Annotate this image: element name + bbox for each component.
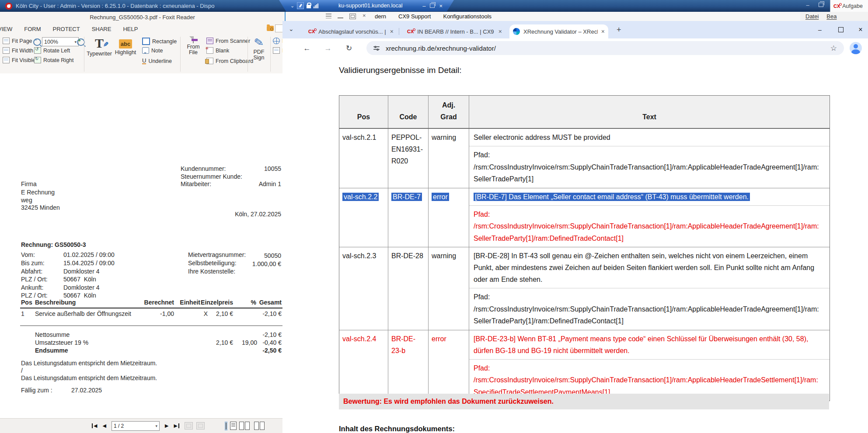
pfad-line: /rsm:CrossIndustryInvoice/rsm:SupplyChai… [474,303,825,315]
reload-icon[interactable]: ↻ [343,42,355,55]
url-text[interactable]: xrechnung.rib.de/xrechnung-validator/ [386,45,830,52]
header-text: Text [469,96,830,128]
close-tab-icon[interactable]: × [601,28,605,35]
previous-page-button[interactable]: ◀ [102,423,106,429]
fit-width-button[interactable]: Fit Width [3,47,33,54]
menu-share[interactable]: SHARE [92,26,112,32]
minimize-icon[interactable]: – [804,2,811,8]
folder-search-icon[interactable] [267,26,274,31]
close-tab-icon[interactable]: × [498,28,502,35]
close-tab-icon[interactable]: × [390,28,394,35]
pin-icon[interactable] [297,2,304,9]
restore-icon[interactable] [349,14,356,19]
chevron-down-icon[interactable]: ⌄ [290,3,294,8]
cell-grad: error [428,330,469,401]
minimize-button[interactable]: – [812,21,827,38]
last-page-button[interactable]: ▶ [174,423,179,429]
caret-down-icon: ▾ [155,424,157,428]
blank-button[interactable]: Blank [206,47,229,54]
table-row-error[interactable]: val-sch.2.4 BR-DE-23-b error [BR-DE-23-b… [339,330,830,401]
address-bar[interactable]: xrechnung.rib.de/xrechnung-validator/ ☆ [366,41,844,55]
menu-form[interactable]: FORM [24,26,41,32]
tab-xrechnung-validator[interactable]: XRechnung Validator – XRechnu × [509,24,608,38]
from-scanner-button[interactable]: From Scanner [206,38,250,44]
single-page-view-button[interactable] [225,422,227,430]
bookmark-star-icon[interactable]: ☆ [830,44,837,53]
table-row[interactable]: val-sch.2.1 PEPPOL-EN16931-R020 warning … [339,128,830,188]
continuous-view-button[interactable] [230,422,237,430]
menu-item-bearbeiten[interactable]: Bea [826,13,837,20]
column-header: Pos [21,299,32,306]
close-icon[interactable] [362,14,368,18]
rectangle-button[interactable]: Rectangle [142,38,177,45]
minimize-icon[interactable]: – [422,3,425,9]
detail-label: Ihre Kostenstelle: [188,268,235,275]
item-einzelpreis: 2,10 € [216,310,233,317]
next-page-button[interactable]: ▶ [165,423,168,429]
first-page-button[interactable]: ◀ [92,423,97,429]
restore-icon[interactable] [430,3,435,9]
note-line: / [21,367,23,374]
header-code: Code [388,96,428,128]
menu-item-konfigurationstools[interactable]: Konfigurationstools [443,13,492,20]
back-icon[interactable]: ← [301,42,313,55]
previous-view-button[interactable] [185,422,193,430]
menu-protect[interactable]: PROTECT [53,26,80,32]
cell-code: BR-DE-28 [388,247,428,330]
menu-item-cx9-support[interactable]: CX9 Support [398,13,431,20]
from-clipboard-button[interactable]: From Clipboard [206,58,253,64]
zoom-level-select[interactable]: 100%▾ [42,37,79,46]
menu-view[interactable]: VIEW [0,26,12,32]
restore-icon[interactable] [817,2,824,8]
fit-visible-button[interactable]: Fit Visible [3,57,35,63]
mitarbeiter-label: Mitarbeiter: [181,180,211,187]
minimize-icon[interactable] [338,14,343,18]
pfad-line: /rsm:CrossIndustryInvoice/rsm:SupplyChai… [474,161,825,173]
rotate-right-button[interactable]: Rotate Right [34,57,73,63]
menu-item-aendern[interactable]: dern [375,13,386,20]
cell-pos: val-sch.2.3 [339,247,388,330]
underline-button[interactable]: UUnderline [142,58,172,64]
new-tab-button[interactable]: + [617,26,621,33]
table-row-selected[interactable]: val-sch.2.2 BR-DE-7 error [BR-DE-7] Das … [339,188,830,247]
grid-icon[interactable] [326,14,331,18]
fit-page-button[interactable]: Fit Page [3,38,32,44]
steuernummer-label: Steuernummer Kunde: [181,173,242,180]
cx9-menu-items: dern CX9 Support Konfigurationstools [375,13,492,20]
tab-search-chevron-icon[interactable]: ⌄ [289,25,294,32]
zoom-out-icon[interactable] [33,38,41,46]
maximize-button[interactable] [833,21,848,38]
continuous-facing-view-button[interactable] [254,422,265,430]
tab-in-bearb[interactable]: CX IN BEARB // Intern - B... | CX9 × [401,24,505,38]
total-value: -2,50 € [262,347,282,354]
facing-view-button[interactable] [239,422,250,430]
highlight-button[interactable]: abc Highlight [113,37,138,55]
tab-abschlagslauf[interactable]: CX Abschlagslauf vorschüs... | CX9 × [302,24,397,38]
from-file-button[interactable]: From File [183,37,204,55]
pdf-page[interactable]: Kundennummer: Steuernummer Kunde: Mitarb… [0,73,285,419]
site-info-icon[interactable] [373,46,380,50]
kundennummer-label: Kundennummer: [181,165,226,172]
signal-icon[interactable] [314,3,318,8]
menu-item-datei[interactable]: Datei [805,13,819,20]
rotate-left-button[interactable]: Rotate Left [34,47,70,54]
page-number-input[interactable]: 1 / 2 ▾ [112,421,160,431]
typewriter-button[interactable]: T Typewriter [87,37,112,57]
scanner-icon [206,38,213,44]
close-button[interactable]: × [853,21,868,38]
note-button[interactable]: Note [142,47,163,54]
pfad-line: SellerTradeParty[1] [474,173,825,185]
profile-avatar[interactable] [850,42,862,54]
close-icon[interactable]: × [439,3,443,9]
pfad-label: Pfad: [474,149,825,161]
forward-icon[interactable]: → [322,42,334,55]
pdf-sign-button[interactable]: ✎ PDF Sign [249,37,268,61]
detail-label: Abfahrt: [21,268,42,275]
cell-grad: error [428,188,469,247]
table-row[interactable]: val-sch.2.3 BR-DE-28 warning [BR-DE-28] … [339,247,830,330]
detail-value: 50667 Köln [63,276,96,283]
next-view-button[interactable] [196,422,205,430]
item-description: Service außerhalb der Öffnungszeit [35,310,131,317]
menu-help[interactable]: HELP [123,26,138,32]
detail-label: Ankunft: [21,284,43,291]
